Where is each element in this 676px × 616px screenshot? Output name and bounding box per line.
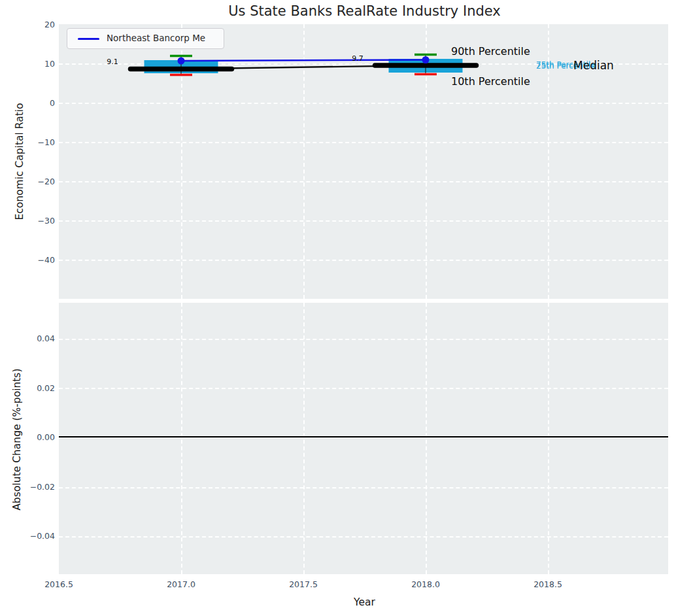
xtick: 2016.5 <box>36 579 82 589</box>
annotation-median: Median <box>573 59 614 72</box>
legend-label: Northeast Bancorp Me <box>107 29 205 48</box>
zero-baseline <box>59 436 668 437</box>
legend-line-sample <box>78 38 99 40</box>
xtick: 2018.0 <box>403 579 448 589</box>
xtick: 2017.0 <box>158 579 204 589</box>
top-axes: Northeast Bancorp Me 9.1 9.7 90th Percen… <box>59 24 668 299</box>
annotation-90th-percentile: 90th Percentile <box>451 45 530 58</box>
xtick: 2018.5 <box>525 579 571 589</box>
gridline <box>59 339 668 340</box>
gridline <box>59 536 668 538</box>
figure: Us State Banks RealRate Industry Index <box>0 0 676 616</box>
gridline <box>59 487 668 488</box>
gridline <box>548 303 549 574</box>
ytick-top: 20 <box>13 20 55 29</box>
bottom-axes <box>59 303 668 574</box>
ytick-bottom: 0.04 <box>13 334 55 343</box>
company-dot-2018 <box>422 56 430 63</box>
ytick-bottom: −0.04 <box>13 531 55 541</box>
gridline <box>181 303 182 574</box>
bottom-y-axis-label: Absolute Change (%-points) <box>11 369 23 511</box>
x-axis-label: Year <box>61 596 668 608</box>
company-dot-2017 <box>178 58 185 65</box>
series-line <box>181 60 426 61</box>
ytick-top: 10 <box>13 59 55 69</box>
xtick: 2017.5 <box>280 579 326 589</box>
median-value-2018: 9.7 <box>343 54 372 63</box>
gridline <box>426 303 427 574</box>
legend: Northeast Bancorp Me <box>67 28 224 49</box>
gridline <box>59 388 668 389</box>
median-value-2017: 9.1 <box>98 58 127 66</box>
annotation-10th-percentile: 10th Percentile <box>451 75 530 88</box>
chart-title: Us State Banks RealRate Industry Index <box>61 3 668 19</box>
gridline <box>303 303 305 574</box>
ytick-top: −40 <box>13 255 55 265</box>
top-y-axis-label: Economic Capital Ratio <box>14 103 25 220</box>
